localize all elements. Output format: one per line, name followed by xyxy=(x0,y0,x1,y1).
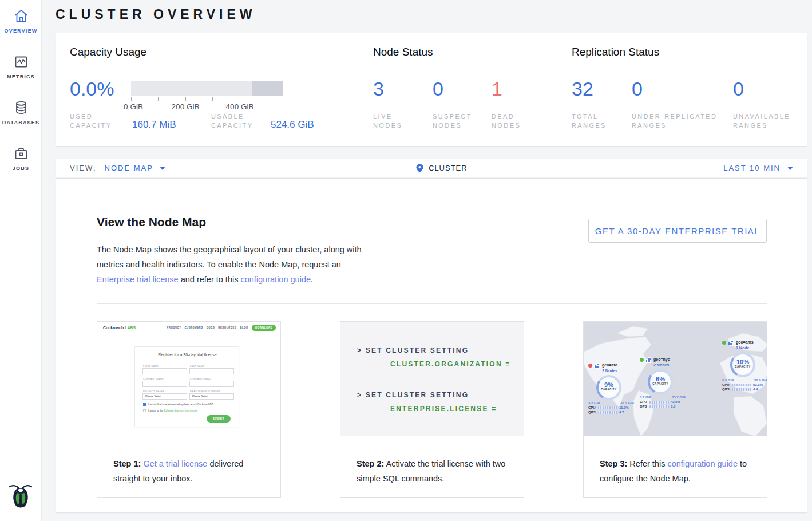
cpu-bar xyxy=(649,401,669,404)
dead-nodes-label-line2: NODES xyxy=(492,122,521,129)
enterprise-trial-license-link[interactable]: Enterprise trial license xyxy=(97,275,179,284)
home-icon xyxy=(13,8,29,24)
time-range-selector[interactable]: LAST 10 MIN xyxy=(723,159,793,177)
cpu-bar xyxy=(598,406,617,409)
capacity-percent: 0.0% xyxy=(70,78,114,100)
used-capacity-label: USED CAPACITY xyxy=(70,112,112,130)
qps-label: QPS xyxy=(640,405,648,408)
live-status-dot xyxy=(640,358,644,362)
sidebar-item-overview[interactable]: OVERVIEW xyxy=(0,8,42,34)
capacity-label: CAPACITY xyxy=(650,382,671,385)
logo-text-green: LABS xyxy=(125,326,136,330)
databases-icon xyxy=(13,100,29,116)
qps-value: 0.0 xyxy=(671,405,675,408)
description-text: The Node Map shows the geographical layo… xyxy=(97,245,362,269)
cluster-summary-panel: Capacity Usage 0.0% 0 GiB 200 GiB 400 Gi… xyxy=(56,33,807,147)
qps-row: QPS 0.0 xyxy=(640,405,686,408)
step-1-label: Step 1: xyxy=(113,459,141,468)
used-gib: 3.2 GiB xyxy=(588,401,600,405)
total-gib: 65.7 GiB xyxy=(672,396,686,399)
total-ranges-label: TOTAL RANGES xyxy=(572,112,607,130)
code-line-4: ENTERPRISE.LICENSE = xyxy=(390,405,497,413)
company-name-input xyxy=(142,381,187,387)
chevron-down-icon[interactable] xyxy=(160,167,165,170)
nav-item: CUSTOMERS xyxy=(184,326,203,329)
capacity-bar-reserved-segment xyxy=(252,81,283,96)
sidebar-item-metrics[interactable]: METRICS xyxy=(0,54,42,80)
axis-tick xyxy=(212,97,213,101)
email-updates-checkbox-row: I would like to receive email updates ab… xyxy=(143,403,214,406)
qps-bar xyxy=(732,388,751,391)
view-selector[interactable]: VIEW: NODE MAP xyxy=(70,159,165,177)
nav-item: DOCS xyxy=(207,326,215,329)
axis-tick-label: 400 GiB xyxy=(226,102,254,111)
location-pin-icon xyxy=(416,164,423,173)
checkbox-label-text: I agree to the xyxy=(148,409,164,412)
nav-item: RESOURCES xyxy=(218,326,236,329)
trial-form: Register for a 30-day trial license FIRS… xyxy=(134,346,239,427)
total-gib: 33.1 GiB xyxy=(620,401,634,405)
minisite-header: Cockroach LABS PRODUCT CUSTOMERS DOCS RE… xyxy=(97,322,280,334)
total-gib: 36.6 GiB xyxy=(754,378,767,382)
checkbox-icon xyxy=(143,409,146,412)
field-label: COMPANY NAME xyxy=(143,377,164,380)
live-nodes-label-line1: LIVE xyxy=(373,113,392,120)
configuration-guide-link[interactable]: configuration guide xyxy=(667,459,738,468)
locality-header: geo=nyc 2 Nodes xyxy=(640,357,686,368)
company-email-input xyxy=(189,381,234,387)
field-label: LAST NAME xyxy=(190,365,204,368)
under-replicated-label-line2: RANGES xyxy=(632,122,667,129)
code-text-green: ENTERPRISE.LICENSE = xyxy=(390,405,497,413)
caption-text: Refer this xyxy=(627,459,667,468)
unavailable-label-line2: RANGES xyxy=(733,122,768,129)
cockroachdb-logo xyxy=(8,483,33,515)
qps-bar xyxy=(598,411,617,414)
capacity-percent: 9% xyxy=(599,381,619,388)
cluster-breadcrumb-label: CLUSTER xyxy=(429,164,468,172)
cpu-row: CPU 53.3% xyxy=(722,383,767,386)
sidebar-item-databases[interactable]: DATABASES xyxy=(0,100,42,125)
sidebar-item-label: JOBS xyxy=(0,165,42,171)
cpu-label: CPU xyxy=(722,383,730,386)
enterprise-trial-button[interactable]: GET A 30-DAY ENTERPRISE TRIAL xyxy=(588,219,767,243)
get-trial-license-link[interactable]: Get a trial license xyxy=(143,459,207,468)
description-text: and refer to this xyxy=(179,275,241,284)
license-agreement-link: Software License Agreement. xyxy=(164,409,198,412)
used-gib: 3.7 GiB xyxy=(640,396,652,399)
node-cube-icon xyxy=(645,357,652,363)
axis-tick xyxy=(131,97,132,101)
used-capacity-label-line2: CAPACITY xyxy=(70,122,112,129)
cpu-label: CPU xyxy=(640,400,648,404)
cpu-row: CPU 42.5% xyxy=(640,400,686,404)
field-label: PROJECT PHASE xyxy=(143,390,164,393)
cpu-value: 42.5% xyxy=(671,400,680,404)
usable-capacity-label-line1: USABLE xyxy=(211,113,244,120)
time-range-value[interactable]: LAST 10 MIN xyxy=(723,164,781,172)
project-phase-select: Please Select xyxy=(142,393,187,400)
under-replicated-ranges-value: 0 xyxy=(632,78,643,100)
submit-button: SUBMIT xyxy=(207,415,231,423)
under-replicated-label-line1: UNDER-REPLICATED xyxy=(632,113,717,120)
axis-tick xyxy=(185,97,186,101)
view-value[interactable]: NODE MAP xyxy=(105,164,153,172)
view-toolbar: VIEW: NODE MAP CLUSTER LAST 10 MIN xyxy=(56,159,807,177)
locality-widget-sfo: geo=sfo 2 Nodes 9% CAPACITY 3.2 GiB 33.1… xyxy=(588,363,634,414)
sidebar-item-label: DATABASES xyxy=(0,120,42,125)
qps-bar xyxy=(649,405,669,408)
cpu-row: CPU 11.0% xyxy=(588,406,634,409)
node-map-heading: View the Node Map xyxy=(97,215,206,229)
locality-name: geo=nyc xyxy=(653,357,670,362)
axis-tick xyxy=(267,97,267,101)
code-line-2: CLUSTER.ORGANIZATION = xyxy=(390,360,511,368)
qps-row: QPS 4.7 xyxy=(588,411,634,414)
sidebar-item-jobs[interactable]: JOBS xyxy=(0,145,42,171)
cpu-label: CPU xyxy=(588,406,596,409)
node-map-description: The Node Map shows the geographical layo… xyxy=(97,242,370,287)
capacity-usage-title: Capacity Usage xyxy=(70,46,146,58)
configuration-guide-link[interactable]: configuration guide xyxy=(240,275,311,284)
locality-node-count: 2 Nodes xyxy=(653,362,670,368)
field-label: FIRST NAME xyxy=(143,365,159,368)
nav-item: BLOG xyxy=(240,326,248,329)
chevron-down-icon[interactable] xyxy=(787,167,793,170)
metrics-icon xyxy=(13,54,29,70)
